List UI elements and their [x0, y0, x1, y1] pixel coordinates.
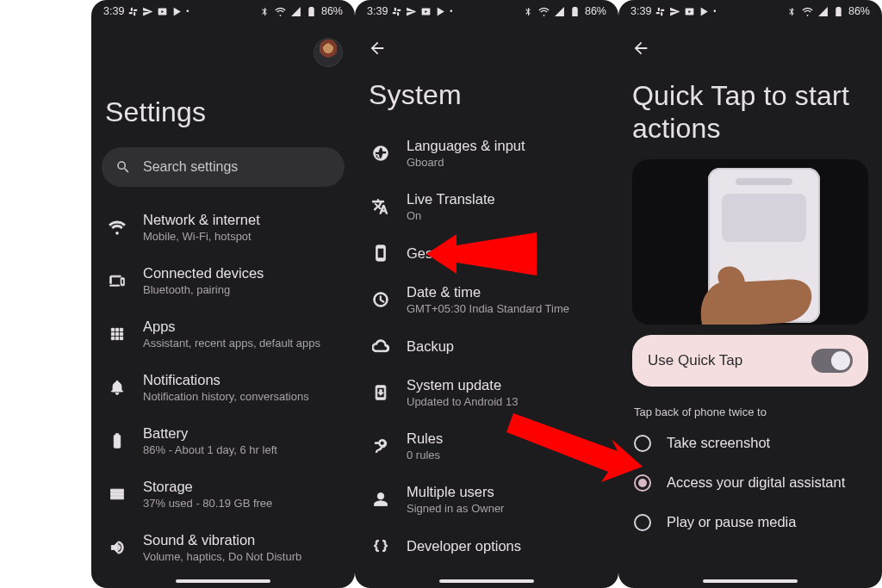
- system-item-devopts[interactable]: Developer options: [355, 526, 618, 566]
- page-title: System: [355, 64, 618, 125]
- item-title: Multiple users: [407, 484, 504, 500]
- item-title: Live Translate: [407, 191, 495, 207]
- search-placeholder: Search settings: [143, 159, 238, 175]
- item-title: Apps: [143, 319, 320, 335]
- play-icon: [699, 6, 710, 17]
- item-title: Connected devices: [143, 265, 264, 282]
- sound-icon: [107, 539, 127, 556]
- play-icon: [171, 6, 183, 17]
- clock: 3:39: [630, 5, 651, 17]
- settings-item-connected[interactable]: Connected devices Bluetooth, pairing: [91, 254, 355, 307]
- nav-handle[interactable]: [439, 579, 534, 583]
- switch-on-icon: [811, 349, 853, 373]
- user-icon: [370, 491, 391, 508]
- signal-icon: [290, 6, 301, 17]
- item-title: Languages & input: [407, 138, 525, 154]
- signal-icon: [817, 6, 829, 17]
- send-icon: [669, 6, 680, 17]
- item-subtitle: 86% - About 1 day, 6 hr left: [143, 443, 277, 456]
- item-subtitle: Updated to Android 13: [407, 395, 518, 408]
- bluetooth-icon: [259, 6, 270, 17]
- section-header: Tap back of phone twice to: [618, 399, 882, 424]
- youtube-icon: [684, 6, 695, 17]
- battery-icon: [107, 432, 127, 449]
- clock: 3:39: [103, 5, 124, 17]
- back-button[interactable]: [630, 38, 651, 59]
- wifi-icon: [107, 219, 127, 236]
- search-input[interactable]: Search settings: [102, 147, 345, 187]
- item-title: Notifications: [143, 372, 309, 388]
- settings-item-sound[interactable]: Sound & vibration Volume, haptics, Do No…: [91, 521, 355, 574]
- rules-icon: [370, 437, 391, 455]
- toggle-label: Use Quick Tap: [648, 352, 742, 369]
- battery-icon: [833, 6, 844, 17]
- youtube-icon: [157, 6, 168, 17]
- item-subtitle: Bluetooth, pairing: [143, 283, 264, 296]
- item-title: Backup: [407, 338, 454, 355]
- item-subtitle: Assistant, recent apps, default apps: [143, 337, 320, 350]
- storage-icon: [107, 486, 127, 503]
- bluetooth-icon: [786, 6, 798, 17]
- radio-label: Play or pause media: [667, 514, 796, 530]
- battery-pct: 86%: [585, 5, 606, 17]
- arrow-annotation: [426, 224, 538, 284]
- radio-label: Access your digital assistant: [667, 474, 845, 491]
- system-item-languages[interactable]: Languages & input Gboard: [355, 127, 618, 180]
- radio-label: Take screenshot: [667, 435, 770, 451]
- item-title: Date & time: [407, 284, 569, 300]
- send-icon: [142, 6, 153, 17]
- globe-icon: [370, 145, 391, 162]
- youtube-icon: [420, 6, 432, 17]
- item-title: Network & internet: [143, 212, 260, 228]
- system-item-backup[interactable]: Backup: [355, 326, 618, 366]
- update-icon: [370, 384, 391, 401]
- settings-item-apps[interactable]: Apps Assistant, recent apps, default app…: [91, 307, 355, 361]
- radio-assistant[interactable]: Access your digital assistant: [618, 463, 882, 503]
- profile-avatar[interactable]: [314, 38, 343, 67]
- wifi-icon: [802, 6, 813, 17]
- settings-item-notifications[interactable]: Notifications Notification history, conv…: [91, 361, 355, 414]
- item-subtitle: Volume, haptics, Do Not Disturb: [143, 550, 301, 563]
- item-subtitle: On: [407, 209, 495, 222]
- status-bar: 3:39 • 86%: [618, 0, 882, 22]
- bell-icon: [107, 379, 127, 396]
- wifi-icon: [538, 6, 550, 17]
- translate-icon: [370, 198, 391, 215]
- more-dot: •: [713, 7, 716, 15]
- more-dot: •: [186, 7, 189, 15]
- radio-icon: [634, 514, 651, 531]
- item-subtitle: 0 rules: [407, 449, 443, 461]
- back-button[interactable]: [367, 38, 388, 59]
- braces-icon: [370, 537, 391, 554]
- item-title: Battery: [143, 425, 277, 442]
- clock: 3:39: [367, 5, 388, 17]
- slack-icon: [127, 6, 139, 17]
- wifi-icon: [275, 6, 286, 17]
- battery-pct: 86%: [848, 5, 870, 17]
- radio-screenshot[interactable]: Take screenshot: [618, 424, 882, 463]
- item-subtitle: Signed in as Owner: [407, 502, 504, 515]
- settings-item-battery[interactable]: Battery 86% - About 1 day, 6 hr left: [91, 414, 355, 467]
- arrow-annotation: [506, 413, 644, 491]
- settings-item-network[interactable]: Network & internet Mobile, Wi-Fi, hotspo…: [91, 201, 355, 254]
- system-item-update[interactable]: System update Updated to Android 13: [355, 366, 618, 419]
- bluetooth-icon: [523, 6, 534, 17]
- radio-media[interactable]: Play or pause media: [618, 503, 882, 542]
- item-subtitle: GMT+05:30 India Standard Time: [407, 302, 569, 315]
- item-title: Rules: [407, 430, 443, 447]
- nav-handle[interactable]: [176, 579, 270, 583]
- item-subtitle: Notification history, conversations: [143, 390, 309, 403]
- settings-item-storage[interactable]: Storage 37% used - 80.19 GB free: [91, 467, 355, 521]
- apps-icon: [107, 325, 127, 343]
- page-title: Settings: [91, 72, 355, 142]
- slack-icon: [391, 6, 402, 17]
- devices-icon: [107, 272, 127, 289]
- play-icon: [435, 6, 446, 17]
- nav-handle[interactable]: [703, 579, 798, 583]
- signal-icon: [554, 6, 565, 17]
- status-bar: 3:39 • 86%: [91, 0, 355, 22]
- slack-icon: [655, 6, 666, 17]
- clock-icon: [370, 291, 391, 308]
- use-quick-tap-toggle[interactable]: Use Quick Tap: [632, 335, 868, 387]
- item-subtitle: Gboard: [407, 156, 525, 169]
